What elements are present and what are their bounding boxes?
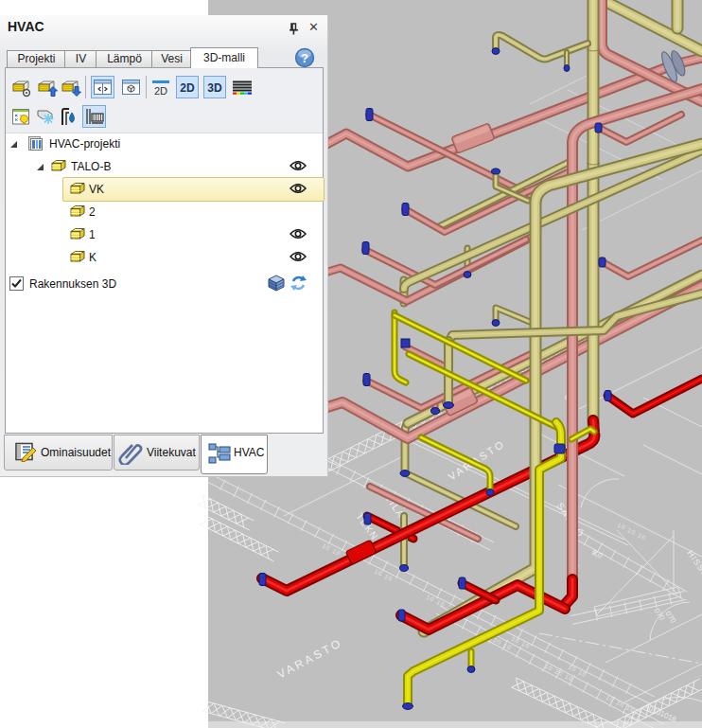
svg-text:?: ?: [301, 51, 308, 65]
